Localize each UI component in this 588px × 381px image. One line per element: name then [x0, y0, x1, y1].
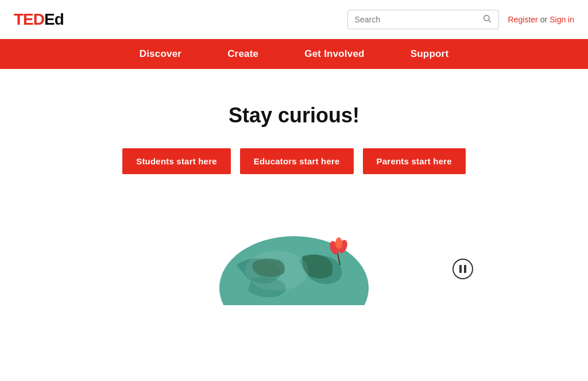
auth-or-label: or [540, 15, 547, 24]
nav-item-get-involved[interactable]: Get Involved [281, 40, 387, 68]
educators-cta-button[interactable]: Educators start here [240, 148, 354, 174]
nav-item-support[interactable]: Support [388, 40, 472, 68]
main-content: Stay curious! Students start here Educat… [0, 69, 588, 305]
students-cta-button[interactable]: Students start here [122, 148, 231, 174]
signin-link[interactable]: Sign in [550, 15, 574, 24]
navbar: Discover Create Get Involved Support [0, 39, 588, 69]
cta-buttons: Students start here Educators start here… [122, 148, 466, 174]
nav-item-create[interactable]: Create [204, 40, 281, 68]
hero-title: Stay curious! [229, 103, 359, 128]
search-box[interactable] [347, 10, 499, 29]
logo[interactable]: TEDEd [14, 10, 64, 29]
parents-cta-button[interactable]: Parents start here [363, 148, 466, 174]
logo-ted: TED [14, 10, 44, 29]
register-link[interactable]: Register [508, 15, 538, 24]
auth-links: Register or Sign in [508, 15, 574, 24]
header-right: Register or Sign in [347, 10, 574, 29]
svg-point-0 [483, 15, 489, 20]
search-icon [482, 14, 492, 25]
svg-line-1 [489, 20, 491, 22]
logo-ed: Ed [44, 10, 64, 29]
globe-illustration [0, 213, 588, 305]
header: TEDEd Register or Sign in [0, 0, 588, 39]
svg-point-6 [335, 237, 342, 249]
nav-item-discover[interactable]: Discover [117, 40, 204, 68]
search-input[interactable] [355, 15, 480, 24]
svg-point-7 [245, 251, 308, 291]
globe-svg [202, 213, 386, 305]
